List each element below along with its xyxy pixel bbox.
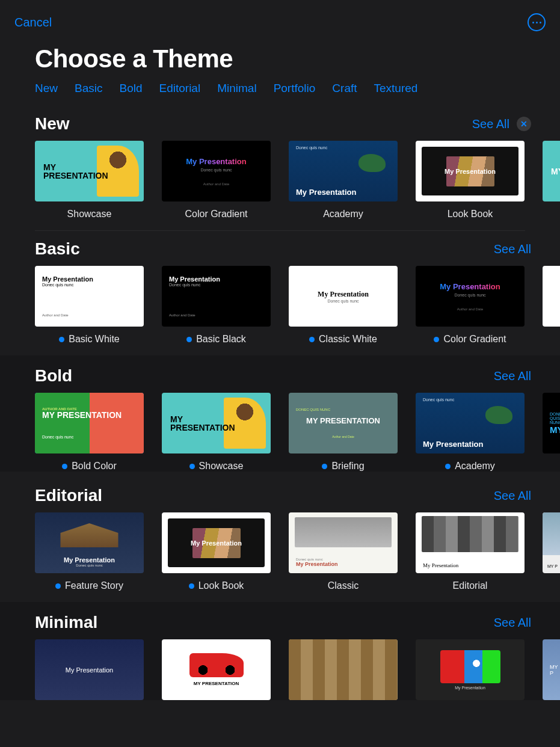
theme-label: Basic White [69,334,119,345]
theme-basic-white[interactable]: My PresentationDonec quis nunc Author an… [35,266,144,345]
page-title: Choose a Theme [0,31,560,82]
theme-look-book[interactable]: My Presentation Look Book [416,141,525,220]
theme-thumbnail: My Presentation [416,512,525,573]
theme-minimal-3[interactable] [289,639,398,700]
theme-thumbnail: MY [543,141,560,201]
theme-thumbnail [543,266,560,327]
theme-partial[interactable] [543,266,560,345]
theme-partial[interactable]: MY [543,141,560,220]
section-title-minimal: Minimal [35,613,97,632]
category-bold[interactable]: Bold [119,82,142,95]
theme-classic-white[interactable]: My Presentation Donec quis nunc Classic … [289,266,398,345]
theme-thumbnail: AUTHOR AND DATE MY PRESENTATION Donec qu… [35,393,144,453]
theme-partial[interactable]: MY P [543,512,560,591]
download-indicator-icon [445,464,451,469]
see-all-editorial[interactable]: See All [494,489,531,503]
download-indicator-icon [309,337,315,342]
section-minimal: Minimal See All My Presentation MY PRESE… [0,602,560,700]
theme-thumbnail: My PresentationDonec quis nunc Author an… [162,266,271,327]
theme-label: Editorial [453,580,488,591]
theme-thumbnail: Donec quis nunc My Presentation [289,512,398,573]
theme-classic[interactable]: Donec quis nunc My Presentation Classic [289,512,398,591]
theme-feature-story[interactable]: My Presentation Donec quis nunc Feature … [35,512,144,591]
category-minimal[interactable]: Minimal [217,82,256,95]
download-indicator-icon [55,583,61,589]
download-indicator-icon [322,464,327,469]
theme-thumbnail: My Presentation [416,141,525,201]
theme-label: Briefing [331,461,364,472]
theme-thumbnail: Donec quis nunc My Presentation [416,393,525,453]
download-indicator-icon [186,337,192,342]
theme-thumbnail: My Presentation [162,512,271,573]
theme-label: Classic White [319,334,377,345]
theme-showcase[interactable]: MY PRESENTATION Showcase [35,141,144,220]
category-new[interactable]: New [35,82,58,95]
theme-basic-black[interactable]: My PresentationDonec quis nunc Author an… [162,266,271,345]
theme-bold-color[interactable]: AUTHOR AND DATE MY PRESENTATION Donec qu… [35,393,144,472]
section-bold: Bold See All AUTHOR AND DATE MY PRESENTA… [0,355,560,472]
close-icon: ✕ [520,120,528,128]
see-all-bold[interactable]: See All [494,369,531,383]
theme-minimal-2[interactable]: MY PRESENTATION [162,639,271,700]
ellipsis-icon [532,22,534,23]
theme-minimal-1[interactable]: My Presentation [35,639,144,700]
see-all-minimal[interactable]: See All [494,616,531,630]
theme-thumbnail: My Presentation Donec quis nunc Author a… [416,266,525,327]
section-title-bold: Bold [35,366,72,386]
section-title-editorial: Editorial [35,486,102,505]
theme-label: Bold Color [72,461,117,472]
theme-partial[interactable]: MY P [543,639,560,700]
category-basic[interactable]: Basic [75,82,102,95]
see-all-new[interactable]: See All [472,117,509,131]
theme-thumbnail: My PresentationDonec quis nunc Author an… [35,266,144,327]
section-editorial: Editorial See All My Presentation Donec … [0,478,560,591]
theme-color-gradient[interactable]: My Presentation Donec quis nunc Author a… [162,141,271,220]
theme-thumbnail: DONEC QUIS NUNC MY [543,393,560,453]
category-craft[interactable]: Craft [332,82,357,95]
download-indicator-icon [59,337,64,342]
theme-thumbnail: My Presentation Donec quis nunc Author a… [162,141,271,201]
theme-partial[interactable]: DONEC QUIS NUNC MY [543,393,560,472]
theme-thumbnail: MY PRESENTATION [162,639,271,700]
theme-label: Color Gradient [185,209,247,220]
theme-showcase-bold[interactable]: MY PRESENTATION Showcase [162,393,271,472]
theme-thumbnail: MY PRESENTATION [162,393,271,453]
theme-label: Academy [323,209,363,220]
download-indicator-icon [434,337,439,342]
theme-thumbnail: MY P [543,639,560,700]
theme-label: Color Gradient [443,334,506,345]
dismiss-new-button[interactable]: ✕ [517,117,531,131]
theme-label: Showcase [67,209,112,220]
theme-thumbnail: My Presentation Donec quis nunc [289,266,398,327]
theme-thumbnail: My Presentation Donec quis nunc [35,512,144,573]
theme-thumbnail: DONEC QUIS NUNC MY PRESENTATION Author a… [289,393,398,453]
theme-label: Look Book [448,209,493,220]
theme-thumbnail: My Presentation [35,639,144,700]
more-options-button[interactable] [528,13,546,31]
theme-thumbnail: Donec quis nunc My Presentation [289,141,398,201]
category-nav: New Basic Bold Editorial Minimal Portfol… [0,82,560,106]
theme-label: Classic [328,580,359,591]
see-all-basic[interactable]: See All [494,242,531,256]
theme-academy-bold[interactable]: Donec quis nunc My Presentation Academy [416,393,525,472]
download-indicator-icon [189,464,195,469]
theme-academy[interactable]: Donec quis nunc My Presentation Academy [289,141,398,220]
theme-color-gradient-basic[interactable]: My Presentation Donec quis nunc Author a… [416,266,525,345]
theme-look-book-editorial[interactable]: My Presentation Look Book [162,512,271,591]
theme-label: Look Book [198,580,244,591]
category-editorial[interactable]: Editorial [159,82,201,95]
theme-minimal-4[interactable]: My Presentation [416,639,525,700]
cancel-button[interactable]: Cancel [14,16,52,29]
section-title-new: New [35,114,70,134]
theme-label: Basic Black [196,334,246,345]
download-indicator-icon [62,464,67,469]
theme-thumbnail: My Presentation [416,639,525,700]
download-indicator-icon [189,583,194,589]
theme-thumbnail: MY PRESENTATION [35,141,144,201]
theme-editorial[interactable]: My Presentation Editorial [416,512,525,591]
theme-briefing[interactable]: DONEC QUIS NUNC MY PRESENTATION Author a… [289,393,398,472]
section-basic: Basic See All My PresentationDonec quis … [0,231,560,345]
category-textured[interactable]: Textured [374,82,418,95]
theme-thumbnail [289,639,398,700]
category-portfolio[interactable]: Portfolio [274,82,316,95]
